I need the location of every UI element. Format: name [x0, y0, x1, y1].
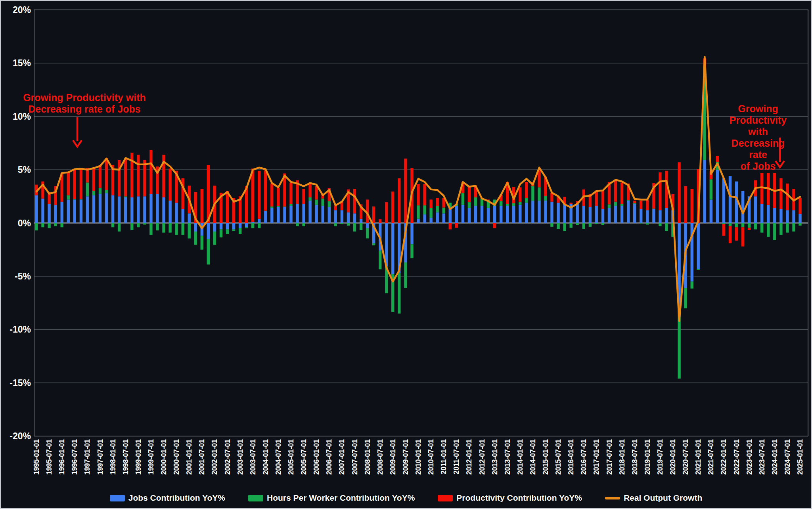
- bar-segment-hours: [99, 188, 102, 194]
- bar-segment-productivity: [729, 226, 732, 243]
- bar-segment-jobs: [722, 178, 725, 223]
- bar-segment-jobs: [366, 223, 369, 228]
- bar-segment-productivity: [92, 168, 95, 191]
- bar-segment-productivity: [423, 184, 426, 205]
- bar-segment-jobs: [258, 219, 260, 223]
- bar-segment-jobs: [341, 210, 343, 223]
- legend-color-swatch: [248, 495, 263, 501]
- bar-segment-jobs: [239, 223, 241, 228]
- bar-segment-productivity: [80, 168, 82, 199]
- bar-segment-hours: [328, 201, 331, 207]
- bar-segment-hours: [201, 236, 203, 250]
- bar-segment-jobs: [640, 209, 642, 223]
- bar-segment-jobs: [417, 219, 419, 223]
- bar-segment-hours: [595, 223, 598, 224]
- bar-segment-jobs: [710, 199, 712, 223]
- bar-segment-hours: [760, 223, 763, 233]
- bar-segment-hours: [207, 239, 210, 265]
- bar-segment-hours: [61, 223, 63, 228]
- x-axis-tick-label: 2005-07-01: [300, 439, 308, 475]
- bar-segment-jobs: [652, 209, 655, 223]
- bar-segment-jobs: [531, 201, 534, 223]
- bar-segment-hours: [130, 223, 133, 230]
- bar-segment-jobs: [111, 195, 114, 223]
- bar-segment-hours: [697, 269, 700, 270]
- bar-segment-productivity: [391, 191, 394, 223]
- bar-segment-productivity: [614, 180, 617, 202]
- bar-segment-jobs: [500, 206, 502, 223]
- x-axis-tick-label: 2014-01-01: [516, 439, 524, 475]
- bar-segment-jobs: [601, 209, 604, 223]
- x-axis-tick-label: 2017-07-01: [605, 439, 613, 475]
- x-axis-tick-label: 2018-01-01: [618, 439, 626, 475]
- bar-segment-hours: [73, 199, 76, 199]
- bar-segment-hours: [105, 190, 108, 193]
- x-axis-tick-label: 2003-07-01: [249, 439, 257, 475]
- bar-segment-productivity: [601, 190, 604, 209]
- bar-segment-jobs: [544, 201, 547, 223]
- x-axis-tick-label: 2003-01-01: [236, 439, 244, 475]
- bar-segment-productivity: [748, 228, 751, 230]
- bar-segment-jobs: [410, 223, 413, 245]
- bar-segment-productivity: [735, 227, 738, 241]
- bar-segment-hours: [308, 197, 311, 201]
- bar-segment-hours: [258, 223, 260, 228]
- bar-segment-hours: [500, 201, 502, 206]
- bar-segment-jobs: [582, 206, 585, 223]
- bar-segment-jobs: [767, 205, 770, 223]
- legend-label: Jobs Contribution YoY%: [128, 493, 225, 503]
- x-axis-tick-label: 1997-07-01: [96, 439, 104, 475]
- bar-segment-hours: [767, 223, 770, 237]
- legend-item-jobs[interactable]: Jobs Contribution YoY%: [110, 493, 225, 503]
- bar-segment-hours: [194, 232, 197, 245]
- bar-segment-hours: [156, 223, 159, 231]
- bar-segment-hours: [67, 195, 70, 200]
- bar-segment-jobs: [729, 176, 732, 223]
- legend-label: Productivity Contribution YoY%: [456, 493, 582, 503]
- bar-segment-jobs: [423, 214, 426, 223]
- legend-item-real[interactable]: Real Output Growth: [605, 493, 702, 503]
- bar-segment-hours: [678, 317, 680, 379]
- bar-segment-productivity: [684, 186, 687, 223]
- legend-item-hours[interactable]: Hours Per Worker Contribution YoY%: [248, 493, 415, 503]
- bar-segment-productivity: [398, 178, 400, 223]
- bar-segment-hours: [640, 223, 642, 224]
- bar-segment-productivity: [691, 189, 693, 223]
- bar-segment-jobs: [557, 203, 559, 223]
- bar-segment-productivity: [633, 201, 636, 203]
- x-axis-tick-label: 1995-01-01: [33, 439, 40, 475]
- bar-segment-hours: [41, 223, 44, 228]
- bar-segment-jobs: [67, 199, 70, 223]
- bar-segment-productivity: [786, 184, 789, 210]
- x-axis-tick-label: 2007-01-01: [338, 439, 346, 475]
- bar-segment-jobs: [232, 223, 235, 230]
- bar-segment-hours: [544, 196, 547, 201]
- bar-segment-hours: [627, 200, 630, 201]
- bar-segment-jobs: [519, 205, 521, 223]
- bar-segment-jobs: [353, 213, 356, 223]
- bar-segment-productivity: [137, 155, 140, 197]
- bar-segment-hours: [735, 223, 738, 228]
- bar-segment-productivity: [570, 203, 573, 204]
- bar-segment-hours: [360, 223, 362, 230]
- bar-segment-hours: [188, 223, 191, 239]
- bar-segment-hours: [786, 223, 789, 233]
- bar-segment-hours: [264, 211, 267, 211]
- bar-segment-hours: [722, 223, 725, 224]
- bar-segment-productivity: [149, 150, 152, 194]
- bar-segment-productivity: [716, 156, 719, 162]
- x-axis-tick-label: 2004-07-01: [274, 439, 282, 475]
- bar-segment-jobs: [61, 202, 63, 223]
- bar-segment-jobs: [277, 207, 280, 223]
- bar-segment-hours: [334, 223, 337, 226]
- legend-item-productivity[interactable]: Productivity Contribution YoY%: [438, 493, 582, 503]
- bar-segment-jobs: [143, 196, 146, 223]
- bar-segment-jobs: [264, 211, 267, 223]
- legend-label: Hours Per Worker Contribution YoY%: [267, 493, 415, 503]
- x-axis-tick-label: 2015-01-01: [542, 439, 550, 475]
- bar-segment-jobs: [576, 204, 579, 223]
- bar-segment-hours: [519, 202, 521, 205]
- bar-segment-productivity: [315, 186, 318, 200]
- bar-segment-hours: [646, 223, 649, 225]
- bar-segment-productivity: [372, 207, 375, 223]
